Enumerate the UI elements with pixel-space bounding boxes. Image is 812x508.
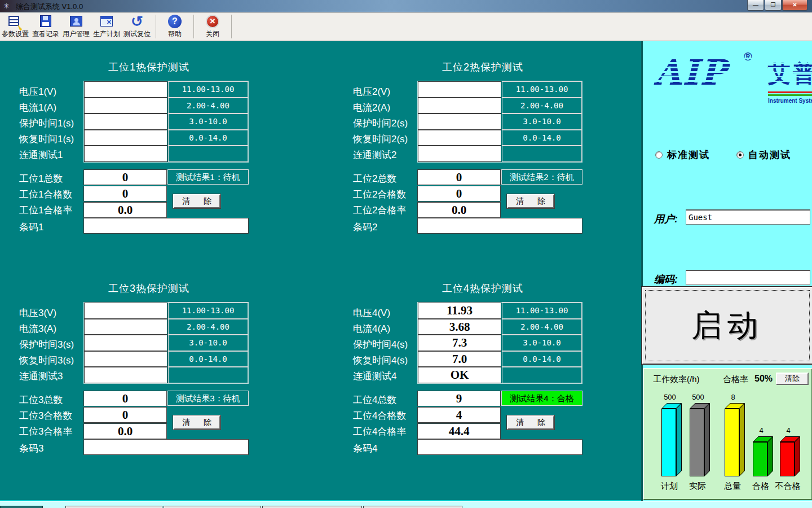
param-label: 保护时间4(s) — [353, 338, 408, 351]
param-value-field[interactable] — [418, 130, 501, 146]
param-value-field[interactable]: 11.93 — [418, 303, 501, 319]
param-value-field[interactable]: 3.68 — [418, 319, 501, 335]
toolbar-button-help[interactable]: ? 帮助 — [160, 14, 190, 41]
barcode-label: 条码3 — [19, 442, 43, 455]
barcode-field[interactable] — [417, 218, 582, 234]
status-segment — [262, 506, 362, 508]
param-group: 11.00-13.00 2.00-4.00 3.0-10.0 0.0-14.0 — [83, 81, 249, 163]
restore-button[interactable]: ❐ — [765, 0, 782, 11]
pass-count-field[interactable]: 0 — [417, 186, 501, 202]
param-value-field[interactable] — [84, 319, 167, 335]
param-label: 连通测试3 — [19, 370, 63, 383]
pass-rate-field[interactable]: 44.4 — [417, 423, 501, 439]
focus-ring — [645, 290, 810, 361]
param-range-label — [502, 367, 582, 383]
close-button[interactable]: ✕ — [782, 0, 807, 11]
bar-total: 8 总量 — [725, 409, 739, 476]
param-value-field[interactable] — [84, 351, 167, 367]
barcode-field[interactable] — [83, 439, 249, 455]
toolbar-button-reset[interactable]: ↺ 测试复位 — [122, 14, 152, 41]
param-value-field[interactable] — [418, 98, 501, 114]
bar-value: 8 — [720, 393, 746, 401]
test-result-badge: 测试结果4：合格 — [501, 391, 582, 406]
toolbar-button-plan[interactable]: 生产计划 — [91, 14, 122, 41]
user-input[interactable] — [686, 209, 810, 225]
clear-button[interactable]: 清 除 — [507, 194, 554, 208]
param-value-field[interactable] — [84, 130, 167, 146]
param-value-field[interactable] — [418, 113, 501, 130]
total-label: 工位1合格率 — [19, 204, 72, 217]
toolbar-button-settings[interactable]: 参数设置 — [0, 14, 30, 41]
total-label: 工位2总数 — [353, 172, 396, 185]
total-label: 工位3总数 — [19, 393, 63, 406]
start-button[interactable]: 启动 — [642, 287, 812, 365]
param-label: 电流1(A) — [19, 101, 56, 114]
app-icon: ✳ — [3, 2, 10, 10]
radio-standard-test[interactable]: 标准测试 — [655, 148, 710, 161]
param-value-field[interactable] — [418, 81, 501, 98]
test-result-badge: 测试结果1：待机 — [167, 169, 249, 185]
bar-plan: 500 计划 — [661, 409, 676, 476]
total-count-field[interactable]: 9 — [417, 391, 501, 406]
param-label: 连通测试4 — [353, 370, 396, 383]
param-value-field[interactable] — [84, 367, 167, 383]
param-value-field[interactable] — [84, 98, 167, 114]
bar-fail: 4 不合格 — [780, 442, 795, 476]
param-value-field[interactable] — [84, 113, 167, 130]
param-value-field[interactable] — [418, 146, 501, 162]
param-range-label: 2.00-4.00 — [168, 98, 248, 114]
param-value-field[interactable]: 7.0 — [418, 351, 501, 367]
toolbar-separator — [231, 15, 232, 38]
radio-auto-test[interactable]: 自动测试 — [736, 148, 791, 161]
user-label: 用户: — [654, 212, 678, 226]
param-label: 电压3(V) — [19, 306, 56, 319]
radio-selected-icon — [736, 151, 744, 159]
radio-icon — [655, 151, 663, 159]
param-value-field[interactable]: 7.3 — [418, 335, 501, 351]
param-value-field[interactable]: OK — [418, 367, 501, 383]
status-segment — [363, 506, 462, 508]
minimize-button[interactable]: — — [747, 0, 764, 11]
toolbar-button-users[interactable]: 用户管理 — [61, 14, 91, 41]
pass-count-field[interactable]: 4 — [417, 407, 501, 423]
code-label: 编码: — [654, 273, 678, 286]
total-count-field[interactable]: 0 — [83, 169, 167, 185]
pass-count-field[interactable]: 0 — [83, 186, 167, 202]
total-label: 工位3合格率 — [19, 425, 72, 438]
param-range-label: 11.00-13.00 — [168, 81, 248, 98]
chart-clear-button[interactable]: 清除 — [776, 373, 809, 385]
clear-button[interactable]: 清 除 — [507, 415, 554, 430]
barcode-field[interactable] — [83, 218, 249, 234]
status-bar — [0, 501, 812, 508]
main-area: 工位1热保护测试 电压1(V) 电流1(A) 保护时间1(s) 恢复时间1(s)… — [0, 41, 641, 501]
total-count-field[interactable]: 0 — [83, 391, 167, 406]
clear-button[interactable]: 清 除 — [173, 194, 220, 208]
param-label: 电流4(A) — [353, 322, 390, 335]
code-input[interactable] — [686, 270, 810, 285]
barcode-field[interactable] — [417, 439, 582, 455]
status-segment — [0, 506, 43, 508]
param-label: 保护时间3(s) — [19, 338, 74, 351]
status-segment — [164, 506, 261, 508]
pass-rate-field[interactable]: 0.0 — [83, 423, 167, 439]
param-label: 恢复时间4(s) — [353, 354, 408, 367]
total-label: 工位3合格数 — [19, 409, 72, 422]
param-range-label: 11.00-13.00 — [502, 81, 582, 98]
param-value-field[interactable] — [84, 81, 167, 98]
param-value-field[interactable] — [84, 335, 167, 351]
pass-rate-field[interactable]: 0.0 — [83, 202, 167, 218]
toolbar-button-records[interactable]: 查看记录 — [30, 14, 61, 41]
toolbar-button-close[interactable]: ✕ 关闭 — [197, 14, 228, 41]
side-panel: AIP ® 艾普 Instrument System 标准测试 自动测试 用户: — [641, 41, 812, 501]
pass-count-field[interactable]: 0 — [83, 407, 167, 423]
total-count-field[interactable]: 0 — [417, 169, 501, 185]
param-value-field[interactable] — [84, 146, 167, 162]
pass-rate-field[interactable]: 0.0 — [417, 202, 501, 218]
barcode-label: 条码2 — [353, 221, 377, 234]
param-range-label: 0.0-14.0 — [502, 351, 582, 367]
bar-value: 500 — [685, 393, 711, 401]
app-window: ✳ 综合测试系统 V1.0.0 — ❐ ✕ 参数设置 查看记录 用户管理 生产计… — [0, 0, 812, 508]
chart-title: 工作效率(/h) — [653, 374, 700, 385]
clear-button[interactable]: 清 除 — [173, 415, 220, 430]
param-value-field[interactable] — [84, 303, 167, 319]
